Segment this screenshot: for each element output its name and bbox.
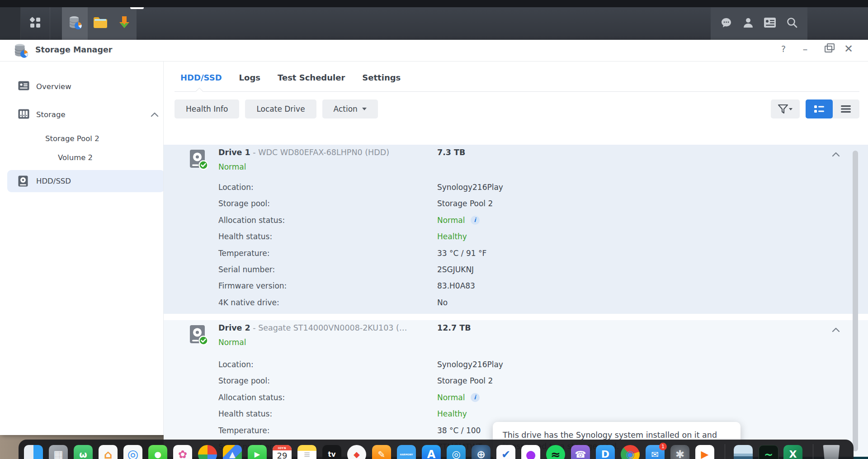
storage-manager-taskbar-button[interactable] [62, 7, 88, 40]
detail-value: 83.H0A83 [437, 281, 475, 290]
storage-manager-window: Storage Manager ? – ✕ OverviewStorageSto… [0, 40, 868, 435]
harmony-icon[interactable]: HARMONY [397, 445, 416, 459]
pages-icon-glyph: ✎ [378, 450, 386, 459]
tab-hdd-ssd[interactable]: HDD/SSD [180, 73, 222, 82]
mail-icon[interactable]: ✉1 [646, 445, 665, 459]
chrome-icon-glyph: ◉ [626, 450, 634, 459]
filter-icon [778, 104, 793, 114]
facetime-icon[interactable]: ▶ [248, 445, 267, 459]
spotify-icon[interactable]: ≈ [546, 445, 565, 459]
spotify-icon-glyph: ≈ [551, 449, 561, 459]
chrome-icon[interactable]: ◉ [621, 445, 640, 459]
excel-icon[interactable]: X [783, 445, 802, 459]
tab-settings[interactable]: Settings [362, 73, 401, 82]
detail-label: Location: [218, 183, 254, 192]
tab-logs[interactable]: Logs [239, 73, 260, 82]
finder-icon[interactable] [24, 445, 43, 459]
system-settings-icon[interactable]: ✱ [670, 445, 689, 459]
messages-icon[interactable]: ● [148, 445, 167, 459]
scrollbar-thumb[interactable] [853, 151, 858, 451]
sidebar-item-label: HDD/SSD [36, 177, 71, 185]
detail-list-view-button[interactable] [806, 99, 833, 118]
detail-row: Storage pool:Storage Pool 2 [164, 373, 797, 389]
todo-app-icon[interactable]: ✔ [496, 445, 515, 459]
main-menu-button[interactable] [21, 7, 50, 40]
photos-icon[interactable]: ✿ [173, 445, 192, 459]
sidebar-item-label: Storage Pool 2 [45, 134, 99, 143]
pages-icon[interactable]: ✎ [372, 445, 391, 459]
collapse-chevron-icon[interactable] [151, 110, 159, 119]
drive-name: Drive 2 [218, 323, 250, 332]
compact-list-view-icon [840, 105, 851, 113]
minimized-activity-window[interactable]: ~ [759, 445, 778, 459]
drive-model: - Seagate ST14000VN0008-2KU103 (… [250, 323, 407, 332]
camera-app-icon[interactable]: ◎ [447, 445, 466, 459]
detail-list-view-icon [814, 105, 825, 113]
collapse-drive-chevron-icon[interactable] [832, 326, 840, 334]
collapse-drive-chevron-icon[interactable] [832, 150, 840, 159]
dsm-taskbar [0, 7, 868, 40]
calendar-icon[interactable]: IOYN29 [273, 445, 292, 459]
messenger-icon[interactable]: ● [521, 445, 540, 459]
viber-icon[interactable]: ☎ [571, 445, 590, 459]
storage-icon [18, 109, 29, 120]
restore-button[interactable] [821, 42, 835, 56]
launchpad-icon[interactable]: ▦ [49, 445, 68, 459]
compact-list-view-button[interactable] [833, 99, 860, 118]
close-button[interactable]: ✕ [841, 42, 856, 56]
video-player-app-icon[interactable]: ▶ [695, 445, 714, 459]
detail-row: Serial number:2SGJUKNJ [164, 261, 797, 278]
tab-test-scheduler[interactable]: Test Scheduler [278, 73, 345, 82]
action-button[interactable]: Action [322, 99, 378, 118]
magnifier-app-icon[interactable]: ⊕ [472, 445, 491, 459]
excel-icon-glyph: X [789, 450, 797, 459]
notes-icon[interactable]: ≡ [297, 445, 316, 459]
drive-model: - WDC WD80EFAX-68LHPN0 (HDD) [250, 148, 389, 157]
info-icon[interactable]: i [471, 393, 480, 402]
file-station-taskbar-button[interactable] [89, 7, 112, 40]
facetime-icon-glyph: ▶ [255, 451, 260, 458]
detail-value: Normali [437, 216, 480, 225]
button-label: Action [334, 104, 358, 114]
drive-title: Drive 2 - Seagate ST14000VN0008-2KU103 (… [218, 323, 407, 332]
detail-label: Temperature: [218, 426, 269, 435]
google-photos-icon[interactable] [198, 445, 217, 459]
harmony-icon-glyph: HARMONY [400, 454, 413, 456]
minimized-photo-window[interactable] [734, 445, 753, 459]
filter-button[interactable] [771, 99, 800, 118]
detail-value: Synology216Play [437, 183, 503, 192]
notifications-icon[interactable] [720, 17, 732, 31]
detail-row: Location:Synology216Play [164, 356, 797, 373]
search-icon[interactable] [786, 17, 798, 30]
app-store-icon[interactable]: A [422, 445, 441, 459]
info-icon[interactable]: i [471, 216, 480, 225]
download-station-taskbar-button[interactable] [112, 7, 137, 40]
minimize-button[interactable]: – [798, 42, 812, 56]
restore-icon [825, 46, 832, 52]
minimized-activity-window-glyph: ~ [764, 450, 773, 459]
detail-value: 2SGJUKNJ [437, 265, 474, 274]
smart-home-app-icon[interactable]: ω [74, 445, 93, 459]
health-info-button[interactable]: Health Info [175, 99, 239, 118]
taskbar-divider [50, 7, 50, 40]
sidebar-item-storage[interactable]: Storage [0, 104, 181, 125]
sidebar-item-hdd-ssd[interactable]: HDD/SSD [7, 170, 165, 192]
detail-row: 4K native drive:No [164, 294, 797, 311]
sidebar-item-label: Overview [36, 82, 71, 91]
sidebar-item-overview[interactable]: Overview [0, 76, 181, 97]
google-drive-icon[interactable]: ▲ [223, 445, 242, 459]
widgets-icon[interactable] [764, 17, 776, 30]
drive-icon [189, 149, 208, 172]
google-maps-icon[interactable]: ◆ [347, 445, 366, 459]
trash-icon[interactable] [822, 445, 841, 459]
apple-tv-icon[interactable]: tv [322, 445, 341, 459]
locate-drive-button[interactable]: Locate Drive [245, 99, 316, 118]
synology-ds-app-icon[interactable]: D [596, 445, 615, 459]
home-app-icon[interactable]: ⌂ [99, 445, 118, 459]
storage-manager-window-icon [13, 43, 29, 59]
apple-tv-icon-glyph: tv [328, 451, 336, 458]
safari-icon[interactable]: ◎ [123, 445, 142, 459]
help-button[interactable]: ? [776, 42, 791, 56]
user-account-icon[interactable] [742, 17, 754, 30]
taskbar-corner [0, 7, 21, 40]
